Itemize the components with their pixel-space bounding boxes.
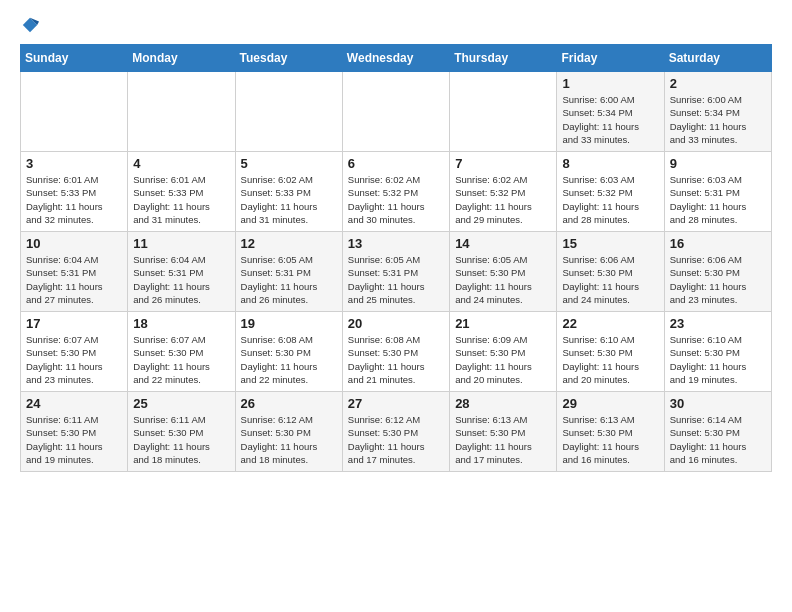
day-info: Sunrise: 6:05 AM Sunset: 5:31 PM Dayligh… (241, 253, 337, 306)
day-cell-25: 25Sunrise: 6:11 AM Sunset: 5:30 PM Dayli… (128, 392, 235, 472)
day-info: Sunrise: 6:12 AM Sunset: 5:30 PM Dayligh… (348, 413, 444, 466)
day-info: Sunrise: 6:02 AM Sunset: 5:32 PM Dayligh… (348, 173, 444, 226)
day-info: Sunrise: 6:10 AM Sunset: 5:30 PM Dayligh… (562, 333, 658, 386)
day-cell-12: 12Sunrise: 6:05 AM Sunset: 5:31 PM Dayli… (235, 232, 342, 312)
day-cell-21: 21Sunrise: 6:09 AM Sunset: 5:30 PM Dayli… (450, 312, 557, 392)
day-info: Sunrise: 6:08 AM Sunset: 5:30 PM Dayligh… (348, 333, 444, 386)
day-info: Sunrise: 6:02 AM Sunset: 5:32 PM Dayligh… (455, 173, 551, 226)
day-number: 18 (133, 316, 229, 331)
day-info: Sunrise: 6:03 AM Sunset: 5:32 PM Dayligh… (562, 173, 658, 226)
day-number: 29 (562, 396, 658, 411)
empty-cell (235, 72, 342, 152)
day-info: Sunrise: 6:11 AM Sunset: 5:30 PM Dayligh… (133, 413, 229, 466)
day-header-friday: Friday (557, 45, 664, 72)
empty-cell (450, 72, 557, 152)
day-cell-3: 3Sunrise: 6:01 AM Sunset: 5:33 PM Daylig… (21, 152, 128, 232)
day-number: 2 (670, 76, 766, 91)
week-row-3: 10Sunrise: 6:04 AM Sunset: 5:31 PM Dayli… (21, 232, 772, 312)
day-header-tuesday: Tuesday (235, 45, 342, 72)
day-number: 28 (455, 396, 551, 411)
day-number: 27 (348, 396, 444, 411)
day-number: 5 (241, 156, 337, 171)
day-cell-23: 23Sunrise: 6:10 AM Sunset: 5:30 PM Dayli… (664, 312, 771, 392)
day-info: Sunrise: 6:01 AM Sunset: 5:33 PM Dayligh… (133, 173, 229, 226)
day-number: 10 (26, 236, 122, 251)
day-number: 30 (670, 396, 766, 411)
day-cell-14: 14Sunrise: 6:05 AM Sunset: 5:30 PM Dayli… (450, 232, 557, 312)
day-cell-16: 16Sunrise: 6:06 AM Sunset: 5:30 PM Dayli… (664, 232, 771, 312)
week-row-2: 3Sunrise: 6:01 AM Sunset: 5:33 PM Daylig… (21, 152, 772, 232)
day-number: 6 (348, 156, 444, 171)
day-info: Sunrise: 6:05 AM Sunset: 5:30 PM Dayligh… (455, 253, 551, 306)
day-info: Sunrise: 6:03 AM Sunset: 5:31 PM Dayligh… (670, 173, 766, 226)
day-number: 23 (670, 316, 766, 331)
day-number: 19 (241, 316, 337, 331)
day-cell-24: 24Sunrise: 6:11 AM Sunset: 5:30 PM Dayli… (21, 392, 128, 472)
day-info: Sunrise: 6:06 AM Sunset: 5:30 PM Dayligh… (562, 253, 658, 306)
day-info: Sunrise: 6:14 AM Sunset: 5:30 PM Dayligh… (670, 413, 766, 466)
day-number: 21 (455, 316, 551, 331)
day-number: 22 (562, 316, 658, 331)
page: SundayMondayTuesdayWednesdayThursdayFrid… (0, 0, 792, 488)
day-info: Sunrise: 6:06 AM Sunset: 5:30 PM Dayligh… (670, 253, 766, 306)
logo (20, 16, 39, 34)
day-number: 12 (241, 236, 337, 251)
day-header-thursday: Thursday (450, 45, 557, 72)
day-info: Sunrise: 6:07 AM Sunset: 5:30 PM Dayligh… (26, 333, 122, 386)
day-info: Sunrise: 6:05 AM Sunset: 5:31 PM Dayligh… (348, 253, 444, 306)
day-cell-30: 30Sunrise: 6:14 AM Sunset: 5:30 PM Dayli… (664, 392, 771, 472)
empty-cell (128, 72, 235, 152)
day-cell-8: 8Sunrise: 6:03 AM Sunset: 5:32 PM Daylig… (557, 152, 664, 232)
day-number: 3 (26, 156, 122, 171)
day-number: 1 (562, 76, 658, 91)
day-number: 20 (348, 316, 444, 331)
day-cell-11: 11Sunrise: 6:04 AM Sunset: 5:31 PM Dayli… (128, 232, 235, 312)
day-header-monday: Monday (128, 45, 235, 72)
empty-cell (21, 72, 128, 152)
day-number: 13 (348, 236, 444, 251)
day-cell-2: 2Sunrise: 6:00 AM Sunset: 5:34 PM Daylig… (664, 72, 771, 152)
day-cell-26: 26Sunrise: 6:12 AM Sunset: 5:30 PM Dayli… (235, 392, 342, 472)
day-number: 4 (133, 156, 229, 171)
day-number: 17 (26, 316, 122, 331)
header (20, 16, 772, 34)
day-number: 8 (562, 156, 658, 171)
day-header-wednesday: Wednesday (342, 45, 449, 72)
day-cell-18: 18Sunrise: 6:07 AM Sunset: 5:30 PM Dayli… (128, 312, 235, 392)
day-cell-7: 7Sunrise: 6:02 AM Sunset: 5:32 PM Daylig… (450, 152, 557, 232)
day-header-sunday: Sunday (21, 45, 128, 72)
day-cell-4: 4Sunrise: 6:01 AM Sunset: 5:33 PM Daylig… (128, 152, 235, 232)
day-info: Sunrise: 6:08 AM Sunset: 5:30 PM Dayligh… (241, 333, 337, 386)
day-number: 24 (26, 396, 122, 411)
day-cell-22: 22Sunrise: 6:10 AM Sunset: 5:30 PM Dayli… (557, 312, 664, 392)
logo-text (20, 16, 39, 34)
day-header-saturday: Saturday (664, 45, 771, 72)
day-cell-1: 1Sunrise: 6:00 AM Sunset: 5:34 PM Daylig… (557, 72, 664, 152)
day-cell-17: 17Sunrise: 6:07 AM Sunset: 5:30 PM Dayli… (21, 312, 128, 392)
day-info: Sunrise: 6:13 AM Sunset: 5:30 PM Dayligh… (455, 413, 551, 466)
day-info: Sunrise: 6:04 AM Sunset: 5:31 PM Dayligh… (26, 253, 122, 306)
day-number: 26 (241, 396, 337, 411)
day-number: 25 (133, 396, 229, 411)
day-cell-13: 13Sunrise: 6:05 AM Sunset: 5:31 PM Dayli… (342, 232, 449, 312)
day-info: Sunrise: 6:01 AM Sunset: 5:33 PM Dayligh… (26, 173, 122, 226)
day-cell-20: 20Sunrise: 6:08 AM Sunset: 5:30 PM Dayli… (342, 312, 449, 392)
day-number: 16 (670, 236, 766, 251)
day-info: Sunrise: 6:00 AM Sunset: 5:34 PM Dayligh… (670, 93, 766, 146)
calendar-header-row: SundayMondayTuesdayWednesdayThursdayFrid… (21, 45, 772, 72)
day-info: Sunrise: 6:02 AM Sunset: 5:33 PM Dayligh… (241, 173, 337, 226)
day-number: 14 (455, 236, 551, 251)
day-number: 9 (670, 156, 766, 171)
day-cell-28: 28Sunrise: 6:13 AM Sunset: 5:30 PM Dayli… (450, 392, 557, 472)
day-number: 15 (562, 236, 658, 251)
day-number: 11 (133, 236, 229, 251)
day-info: Sunrise: 6:13 AM Sunset: 5:30 PM Dayligh… (562, 413, 658, 466)
day-info: Sunrise: 6:04 AM Sunset: 5:31 PM Dayligh… (133, 253, 229, 306)
day-info: Sunrise: 6:00 AM Sunset: 5:34 PM Dayligh… (562, 93, 658, 146)
week-row-4: 17Sunrise: 6:07 AM Sunset: 5:30 PM Dayli… (21, 312, 772, 392)
calendar-table: SundayMondayTuesdayWednesdayThursdayFrid… (20, 44, 772, 472)
empty-cell (342, 72, 449, 152)
day-cell-29: 29Sunrise: 6:13 AM Sunset: 5:30 PM Dayli… (557, 392, 664, 472)
day-info: Sunrise: 6:12 AM Sunset: 5:30 PM Dayligh… (241, 413, 337, 466)
day-cell-27: 27Sunrise: 6:12 AM Sunset: 5:30 PM Dayli… (342, 392, 449, 472)
